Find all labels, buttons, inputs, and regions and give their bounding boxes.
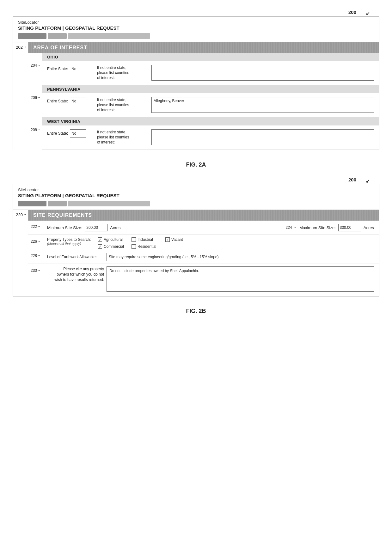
app-name-2a: SiteLocator <box>18 20 374 25</box>
ohio-county-line3: of interest: <box>97 76 148 80</box>
exclude-section: Please cite any property owners for whic… <box>42 264 379 296</box>
earthwork-input[interactable]: Site may require some engineering/gradin… <box>107 253 374 261</box>
pennsylvania-body: Entire State: No If not entire state, pl… <box>42 93 379 117</box>
ref-228: 228 → <box>28 250 42 264</box>
ref-204-arrow: → <box>37 63 40 67</box>
app-title-2a: SITING PLATFORM | GEOSPATIAL REQUEST <box>18 25 374 31</box>
tab-3-2b[interactable] <box>68 201 150 206</box>
ohio-entire-input[interactable]: No <box>70 65 86 73</box>
tab-1-2b[interactable] <box>18 201 46 206</box>
ref-200-fig2a: 200 ↙ <box>13 9 379 15</box>
wv-county-line3: of interest: <box>97 140 148 144</box>
west-virginia-row: 208 → WEST VIRGINIA Entire State: No <box>28 118 379 150</box>
pa-county-input[interactable]: Allegheny, Beaver <box>151 97 374 113</box>
ohio-name: OHIO <box>47 55 58 59</box>
area-of-interest-header: AREA OF INTEREST <box>28 42 379 53</box>
ref-206-arrow: → <box>37 95 40 99</box>
prop-types-sub-label: (choose all that apply) <box>47 242 98 246</box>
ref-226-arrow: → <box>37 239 40 243</box>
earthwork-label: Level of Earthwork Allowable: <box>47 255 104 259</box>
west-virginia-section: WEST VIRGINIA Entire State: No If not en… <box>42 118 379 150</box>
ref-222: 222 → <box>28 221 42 235</box>
exclude-outer-row: 230 → Please cite any property owners fo… <box>28 264 379 296</box>
fig2a-header: SiteLocator SITING PLATFORM | GEOSPATIAL… <box>13 17 379 42</box>
site-req-header-row: 220 → SITE REQUIREMENTS 222 → Minimum Si… <box>13 210 379 296</box>
prop-residential[interactable]: Residential <box>132 244 158 249</box>
pa-entire-input[interactable]: No <box>70 97 86 105</box>
west-virginia-body: Entire State: No If not entire state, pl… <box>42 125 379 149</box>
exclude-row: Please cite any property owners for whic… <box>42 264 379 296</box>
ref-arrow: ↙ <box>366 11 370 16</box>
vacant-checkbox[interactable] <box>165 237 170 242</box>
min-site-value: 200.00 <box>86 225 98 230</box>
residential-checkbox[interactable] <box>132 244 136 249</box>
ref-222-label: 222 <box>31 224 37 229</box>
pa-entire-value: No <box>71 99 76 103</box>
min-max-row: Minimum Site Size: 200.00 Acres 224 → Ma… <box>42 221 379 235</box>
tab-bar-2b <box>18 201 374 206</box>
wv-county-label-group: If not entire state, please list countie… <box>97 129 148 144</box>
max-site-label: Maximum Site Size: <box>299 225 336 230</box>
site-req-section: SITE REQUIREMENTS 222 → Minimum Site Siz… <box>28 210 379 296</box>
pa-entire-state-group: Entire State: No <box>47 97 91 105</box>
fig2a-ui-box: SiteLocator SITING PLATFORM | GEOSPATIAL… <box>13 16 379 150</box>
wv-county-input[interactable] <box>151 129 374 145</box>
earthwork-outer-row: 228 → Level of Earthwork Allowable: Site… <box>28 250 379 264</box>
ohio-county-input[interactable] <box>151 65 374 81</box>
wv-county-line2: please list counties <box>97 135 148 139</box>
earthwork-row: Level of Earthwork Allowable: Site may r… <box>42 250 379 264</box>
tab-1-2a[interactable] <box>18 33 46 39</box>
ohio-row: 204 → OHIO Entire State: No <box>28 53 379 85</box>
ref-200-label: 200 <box>348 9 356 15</box>
commercial-label: Commercial <box>104 244 124 249</box>
ref-208: 208 → <box>28 118 42 150</box>
prop-types-outer-row: 226 → Property Types to Search: (choose … <box>28 235 379 250</box>
commercial-checkbox[interactable] <box>98 244 102 249</box>
pa-county-line2: please list counties <box>97 103 148 107</box>
prop-types-row: Property Types to Search: (choose all th… <box>42 235 379 250</box>
ohio-county-label-group: If not entire state, please list countie… <box>97 65 148 80</box>
prop-types-main-label: Property Types to Search: <box>47 237 98 242</box>
max-site-input[interactable]: 300.00 <box>338 224 361 231</box>
exclude-input[interactable]: Do not include properties owned by Shell… <box>107 266 374 292</box>
pa-county-label-group: If not entire state, please list countie… <box>97 97 148 112</box>
ref-202-label: 202 <box>16 45 23 50</box>
tab-2-2b[interactable] <box>48 201 67 206</box>
ref-202: 202 → <box>13 42 28 150</box>
prop-vacant[interactable]: Vacant <box>165 237 192 242</box>
site-req-label: SITE REQUIREMENTS <box>33 212 92 218</box>
prop-label-col: Property Types to Search: (choose all th… <box>47 237 98 249</box>
ref-230-arrow: → <box>37 268 40 272</box>
west-virginia-name: WEST VIRGINIA <box>47 119 80 124</box>
ref-220-label: 220 <box>16 212 23 217</box>
min-site-label: Minimum Site Size: <box>47 225 82 230</box>
exclude-value: Do not include properties owned by Shell… <box>109 269 199 273</box>
agricultural-label: Agricultural <box>104 237 123 242</box>
app-name-2b: SiteLocator <box>18 187 374 192</box>
agricultural-checkbox[interactable] <box>98 237 102 242</box>
pennsylvania-name: PENNSYLVANIA <box>47 87 81 92</box>
max-site-value: 300.00 <box>340 225 352 230</box>
ohio-header: OHIO <box>42 53 379 61</box>
area-of-interest-row: 202 → AREA OF INTEREST 204 → OHIO <box>13 42 379 150</box>
exclude-line1: Please cite any property <box>47 266 104 272</box>
tab-2-2a[interactable] <box>48 33 67 39</box>
prop-commercial[interactable]: Commercial <box>98 244 124 249</box>
ohio-entire-state-group: Entire State: No <box>47 65 91 73</box>
earthwork-value: Site may require some engineering/gradin… <box>109 255 219 259</box>
prop-agricultural[interactable]: Agricultural <box>98 237 124 242</box>
pa-county-line1: If not entire state, <box>97 98 148 102</box>
exclude-label: Please cite any property owners for whic… <box>47 266 104 292</box>
tab-3-2a[interactable] <box>68 33 150 39</box>
prop-industrial[interactable]: Industrial <box>132 237 158 242</box>
industrial-checkbox[interactable] <box>132 237 136 242</box>
earthwork-section: Level of Earthwork Allowable: Site may r… <box>42 250 379 264</box>
max-site-unit: Acres <box>364 225 374 230</box>
ref-208-label: 208 <box>31 128 37 132</box>
ref-230: 230 → <box>28 264 42 296</box>
site-req-header: SITE REQUIREMENTS <box>28 210 379 221</box>
wv-entire-input[interactable]: No <box>70 129 86 137</box>
ohio-entire-value: No <box>71 67 76 71</box>
ref-204: 204 → <box>28 53 42 85</box>
min-site-input[interactable]: 200.00 <box>85 224 107 231</box>
